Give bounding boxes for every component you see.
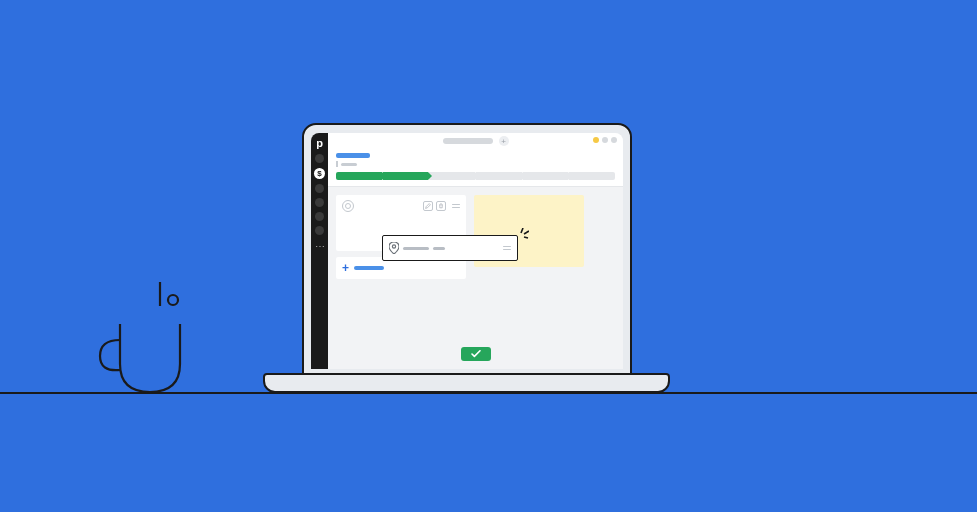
deal-title[interactable] <box>336 153 370 158</box>
address-pill[interactable] <box>443 138 493 144</box>
edit-icon[interactable] <box>423 201 433 211</box>
app-screen: p ⋯ + <box>311 133 623 369</box>
svg-line-3 <box>521 228 523 233</box>
browser-top-bar: + <box>328 133 623 149</box>
deal-subtitle <box>336 161 615 167</box>
coffee-cup-illustration <box>90 264 210 404</box>
pipeline-stage-3[interactable] <box>429 172 475 180</box>
pipeline-stage-1[interactable] <box>336 172 382 180</box>
delete-icon[interactable] <box>436 201 446 211</box>
window-controls <box>593 137 617 143</box>
svg-point-1 <box>168 295 178 305</box>
drag-handle-icon[interactable] <box>452 204 460 209</box>
new-tab-button[interactable]: + <box>499 136 509 146</box>
location-line-1 <box>403 247 429 250</box>
window-minimize-icon[interactable] <box>593 137 599 143</box>
sidebar-more[interactable]: ⋯ <box>315 242 325 252</box>
window-expand-icon[interactable] <box>602 137 608 143</box>
deal-body: + <box>328 187 623 369</box>
confirm-button[interactable] <box>461 347 491 361</box>
sidebar-item-1[interactable] <box>315 154 324 163</box>
check-icon <box>471 350 481 358</box>
spark-icon <box>515 228 529 242</box>
app-main: + <box>328 133 623 369</box>
pipeline-stages[interactable] <box>336 172 615 180</box>
svg-point-2 <box>392 245 395 248</box>
pipeline-stage-6[interactable] <box>569 172 615 180</box>
sidebar-item-6[interactable] <box>315 226 324 235</box>
laptop-base <box>263 373 670 393</box>
map-pin-icon <box>389 242 399 254</box>
plus-icon: + <box>342 262 349 274</box>
pipeline-stage-4[interactable] <box>476 172 522 180</box>
drag-handle-icon[interactable] <box>503 246 511 251</box>
add-card-label <box>354 266 384 270</box>
sidebar-item-deals[interactable] <box>314 168 325 179</box>
sidebar-item-4[interactable] <box>315 198 324 207</box>
svg-line-4 <box>524 231 529 234</box>
person-icon <box>342 200 354 212</box>
sidebar-item-3[interactable] <box>315 184 324 193</box>
app-logo[interactable]: p <box>314 137 326 149</box>
deal-header <box>328 149 623 187</box>
pipeline-stage-2[interactable] <box>383 172 429 180</box>
laptop-screen: p ⋯ + <box>302 123 632 375</box>
location-line-2 <box>433 247 445 250</box>
pipeline-stage-5[interactable] <box>523 172 569 180</box>
window-close-icon[interactable] <box>611 137 617 143</box>
svg-line-5 <box>524 237 528 238</box>
app-sidebar: p ⋯ <box>311 133 328 369</box>
location-popover[interactable] <box>382 235 518 261</box>
sidebar-item-5[interactable] <box>315 212 324 221</box>
